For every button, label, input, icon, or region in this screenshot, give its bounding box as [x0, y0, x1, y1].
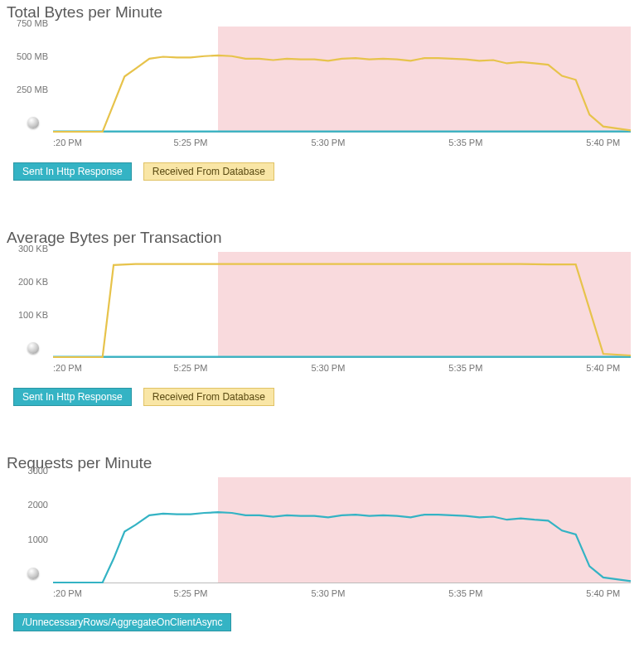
x-tick-label: :20 PM: [53, 588, 82, 598]
legend-item[interactable]: /UnnecessaryRows/AggregateOnClientAsync: [13, 613, 231, 631]
y-tick-label: 100 KB: [18, 310, 48, 320]
y-tick-label: 3000: [28, 466, 48, 476]
x-tick-label: 5:35 PM: [448, 363, 482, 373]
legend-item[interactable]: Sent In Http Response: [13, 388, 132, 406]
legend: Sent In Http ResponseReceived From Datab…: [13, 388, 637, 406]
x-tick-label: :20 PM: [53, 138, 82, 147]
x-tick-label: 5:25 PM: [173, 138, 207, 147]
series-line-teal: [53, 512, 631, 583]
legend: Sent In Http ResponseReceived From Datab…: [13, 162, 637, 181]
loading-indicator-icon: [27, 568, 39, 579]
chart-title: Average Bytes per Transaction: [7, 229, 637, 247]
y-tick-label: 200 KB: [18, 277, 48, 287]
y-tick-label: 300 KB: [18, 244, 48, 254]
plot-area: 100020003000:20 PM5:25 PM5:30 PM5:35 PM5…: [7, 477, 637, 602]
x-tick-label: 5:30 PM: [311, 138, 345, 147]
x-tick-label: 5:35 PM: [448, 138, 482, 147]
x-tick-label: 5:35 PM: [448, 588, 482, 598]
legend: /UnnecessaryRows/AggregateOnClientAsync: [13, 613, 637, 631]
x-tick-label: 5:30 PM: [311, 588, 345, 598]
series-line-yellow: [53, 56, 631, 132]
chart-title: Total Bytes per Minute: [7, 3, 637, 22]
x-tick-label: 5:40 PM: [586, 138, 620, 147]
x-tick-label: 5:40 PM: [586, 588, 620, 598]
legend-item[interactable]: Sent In Http Response: [13, 162, 132, 181]
series-line-yellow: [53, 264, 631, 357]
legend-item[interactable]: Received From Database: [143, 388, 274, 406]
plot-area: 100 KB200 KB300 KB:20 PM5:25 PM5:30 PM5:…: [7, 252, 637, 376]
chart-total-bytes: Total Bytes per Minute250 MB500 MB750 MB…: [0, 0, 644, 181]
legend-item[interactable]: Received From Database: [143, 162, 274, 181]
y-tick-label: 2000: [28, 500, 48, 510]
chart-requests: Requests per Minute100020003000:20 PM5:2…: [0, 451, 644, 631]
chart-avg-bytes: Average Bytes per Transaction100 KB200 K…: [0, 225, 644, 406]
x-tick-label: :20 PM: [53, 363, 82, 373]
x-tick-label: 5:40 PM: [586, 363, 620, 373]
plot-area: 250 MB500 MB750 MB:20 PM5:25 PM5:30 PM5:…: [7, 27, 637, 151]
loading-indicator-icon: [27, 342, 39, 354]
x-tick-label: 5:25 PM: [173, 363, 207, 373]
chart-title: Requests per Minute: [7, 454, 637, 472]
y-tick-label: 750 MB: [17, 18, 48, 28]
x-tick-label: 5:30 PM: [311, 363, 345, 373]
x-tick-label: 5:25 PM: [173, 588, 207, 598]
loading-indicator-icon: [27, 117, 39, 128]
y-tick-label: 1000: [28, 534, 48, 544]
y-tick-label: 250 MB: [17, 85, 48, 94]
y-tick-label: 500 MB: [17, 51, 48, 61]
